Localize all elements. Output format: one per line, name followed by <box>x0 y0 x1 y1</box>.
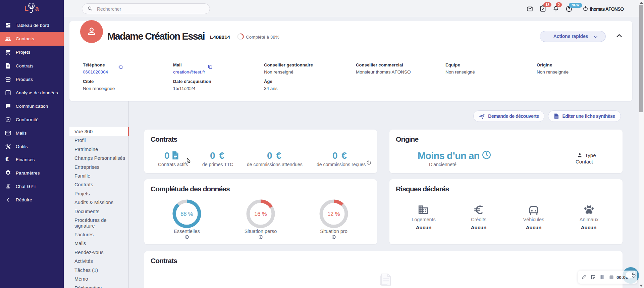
svg-text:16 %: 16 % <box>254 211 267 217</box>
svg-text:88 %: 88 % <box>180 211 193 217</box>
svg-text:L: L <box>24 5 29 12</box>
svg-text:€: € <box>6 156 9 162</box>
svg-text:a: a <box>35 5 39 12</box>
svg-text:12 %: 12 % <box>327 211 340 217</box>
